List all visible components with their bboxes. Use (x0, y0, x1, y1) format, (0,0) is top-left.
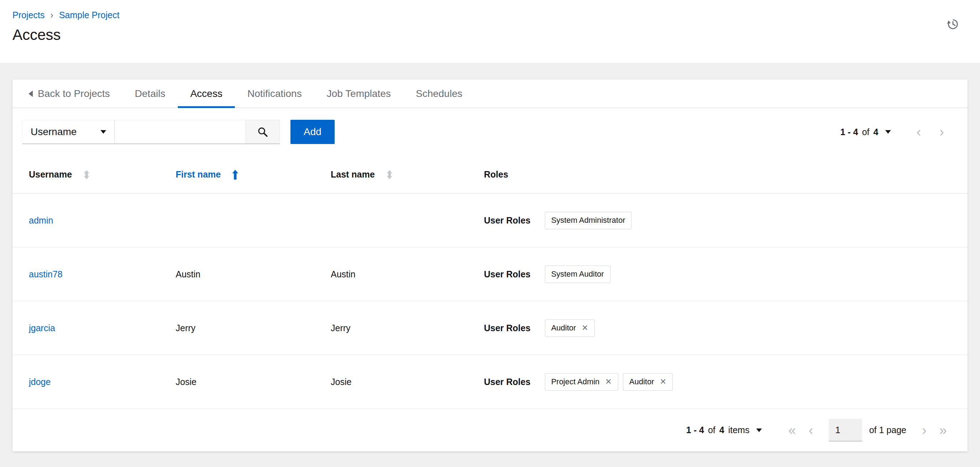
username-cell: admin (29, 215, 176, 226)
sort-ascending-icon (231, 169, 239, 180)
remove-role-icon[interactable]: ✕ (660, 378, 667, 386)
username-link[interactable]: jgarcia (29, 323, 55, 333)
pagination-range: 1 - 4 (840, 127, 858, 137)
tab-back-to-projects[interactable]: Back to Projects (16, 80, 122, 108)
toolbar: Username Add 1 - 4 of 4 ‹ › (13, 108, 967, 156)
next-page-button[interactable]: › (930, 125, 953, 139)
user-roles-label: User Roles (484, 269, 531, 279)
username-cell: jdoge (29, 377, 176, 387)
tab-back-label: Back to Projects (38, 88, 110, 99)
breadcrumb-link-sample-project[interactable]: Sample Project (59, 10, 120, 20)
username-cell: jgarcia (29, 323, 176, 333)
items-summary-dropdown[interactable]: 1 - 4 of 4 items (686, 425, 762, 435)
breadcrumb-separator-icon: › (50, 10, 53, 20)
pagination-summary-dropdown[interactable]: 1 - 4 of 4 (840, 127, 891, 137)
search-submit-button[interactable] (245, 120, 280, 144)
table-row: jgarcia Jerry Jerry User Roles Auditor ✕ (13, 301, 967, 355)
caret-down-icon (100, 130, 106, 134)
remove-role-icon[interactable]: ✕ (582, 324, 588, 332)
breadcrumb-link-projects[interactable]: Projects (13, 10, 45, 20)
role-chip: System Administrator (545, 212, 632, 229)
column-label: Roles (484, 169, 508, 180)
column-header-last-name[interactable]: Last name (331, 169, 484, 180)
last-name-cell: Austin (331, 269, 484, 279)
tab-bar: Back to Projects Details Access Notifica… (13, 80, 967, 108)
column-header-first-name[interactable]: First name (176, 169, 331, 180)
pagination-of-label: of (862, 127, 870, 137)
page-title: Access (13, 26, 980, 43)
username-link[interactable]: admin (29, 215, 53, 225)
add-button[interactable]: Add (290, 120, 335, 144)
tab-schedules[interactable]: Schedules (403, 80, 475, 108)
caret-down-icon (756, 429, 762, 432)
last-name-cell: Josie (331, 377, 484, 387)
breadcrumb: Projects › Sample Project (13, 9, 980, 21)
roles-cell: User Roles System Administrator (484, 212, 967, 229)
role-chip: Auditor ✕ (545, 319, 595, 337)
tab-job-templates[interactable]: Job Templates (314, 80, 403, 108)
previous-page-button[interactable]: ‹ (802, 424, 819, 437)
pagination-nav: ‹ › (907, 125, 953, 139)
role-chip-group: Auditor ✕ (545, 319, 595, 337)
caret-down-icon (885, 130, 891, 134)
table-row: jdoge Josie Josie User Roles Project Adm… (13, 355, 967, 409)
sort-icon (83, 169, 91, 180)
role-chip: System Auditor (545, 266, 611, 283)
page-count-label: of 1 page (869, 425, 906, 435)
column-label: Username (29, 169, 72, 180)
first-name-cell: Jerry (176, 323, 331, 333)
roles-cell: User Roles System Auditor (484, 266, 967, 283)
current-page-input[interactable] (829, 419, 862, 441)
pagination-total: 4 (719, 425, 724, 435)
user-roles-label: User Roles (484, 215, 531, 226)
remove-role-icon[interactable]: ✕ (605, 378, 611, 386)
filter-type-value: Username (31, 126, 76, 138)
pagination-of-label: of (708, 425, 716, 435)
history-icon (947, 18, 959, 31)
last-page-button[interactable]: » (933, 424, 953, 437)
caret-left-icon (29, 91, 33, 97)
column-header-username[interactable]: Username (29, 169, 176, 180)
content-card: Back to Projects Details Access Notifica… (13, 80, 967, 451)
last-name-cell: Jerry (331, 323, 484, 333)
activity-stream-button[interactable] (947, 18, 959, 32)
column-label: Last name (331, 169, 375, 180)
first-page-button[interactable]: « (782, 424, 802, 437)
pagination-total: 4 (873, 127, 878, 137)
tab-notifications[interactable]: Notifications (235, 80, 314, 108)
pagination-footer: 1 - 4 of 4 items « ‹ of 1 page › » (13, 409, 967, 451)
role-chip-label: Auditor (629, 377, 654, 386)
roles-cell: User Roles Auditor ✕ (484, 319, 967, 337)
role-chip-label: Project Admin (551, 377, 600, 386)
search-icon (257, 126, 268, 138)
role-chip-label: Auditor (551, 324, 576, 333)
role-chip: Project Admin ✕ (545, 373, 618, 391)
filter-type-dropdown[interactable]: Username (22, 120, 115, 144)
username-link[interactable]: jdoge (29, 377, 51, 387)
column-header-roles: Roles (484, 169, 967, 180)
role-chip-label: System Administrator (551, 216, 625, 225)
column-label: First name (176, 169, 221, 180)
table-row: admin User Roles System Administrator (13, 194, 967, 247)
roles-cell: User Roles Project Admin ✕ Auditor ✕ (484, 373, 967, 391)
username-link[interactable]: austin78 (29, 269, 63, 279)
toolbar-pagination: 1 - 4 of 4 ‹ › (840, 125, 953, 139)
table-header-row: Username First name Last name Roles (13, 156, 967, 194)
search-input[interactable] (115, 120, 245, 144)
pagination-nav: « ‹ of 1 page › » (782, 419, 953, 441)
tab-access[interactable]: Access (178, 80, 235, 108)
pagination-items-label: items (728, 425, 749, 435)
username-cell: austin78 (29, 269, 176, 279)
user-roles-label: User Roles (484, 377, 531, 387)
next-page-button[interactable]: › (915, 424, 933, 437)
tab-details[interactable]: Details (122, 80, 178, 108)
role-chip-group: System Auditor (545, 266, 611, 283)
previous-page-button[interactable]: ‹ (907, 125, 931, 139)
pagination-range: 1 - 4 (686, 425, 704, 435)
user-roles-label: User Roles (484, 323, 531, 333)
role-chip-group: System Administrator (545, 212, 632, 229)
page-header: Projects › Sample Project Access (0, 0, 980, 63)
sort-icon (386, 169, 393, 180)
table-row: austin78 Austin Austin User Roles System… (13, 247, 967, 301)
first-name-cell: Austin (176, 269, 331, 279)
